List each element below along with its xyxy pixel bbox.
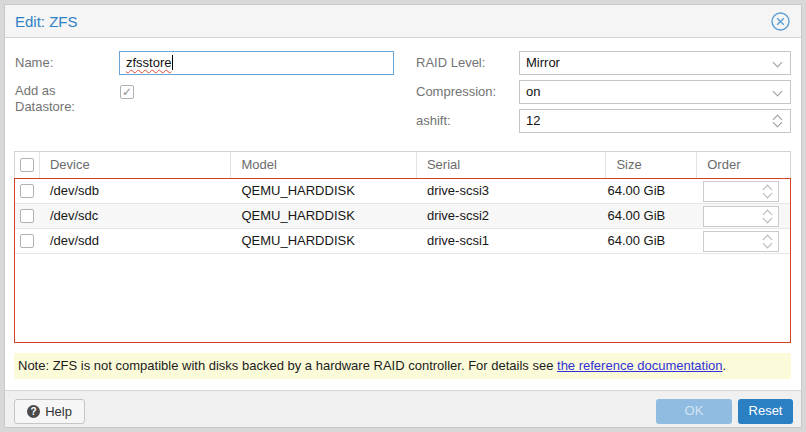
table-row[interactable]: /dev/sdb QEMU_HARDDISK drive-scsi3 64.00… (15, 179, 790, 204)
note-text: Note: ZFS is not compatible with disks b… (18, 358, 557, 373)
cell-model: QEMU_HARDDISK (231, 204, 417, 228)
column-header-model[interactable]: Model (231, 152, 417, 178)
raid-level-select[interactable]: Mirror (519, 51, 791, 75)
chevron-down-icon[interactable] (773, 58, 783, 68)
compression-value: on (526, 84, 540, 99)
dialog-titlebar: Edit: ZFS (5, 5, 801, 38)
help-button[interactable]: ? Help (14, 399, 85, 424)
chevron-down-icon[interactable] (773, 87, 783, 97)
zfs-note: Note: ZFS is not compatible with disks b… (14, 353, 791, 379)
cell-serial: drive-scsi1 (417, 229, 607, 253)
dialog-footer: ? Help OK Reset (5, 390, 801, 427)
select-all-cell (15, 152, 40, 178)
table-row[interactable]: /dev/sdc QEMU_HARDDISK drive-scsi2 64.00… (15, 204, 790, 229)
cell-model: QEMU_HARDDISK (231, 229, 417, 253)
close-icon[interactable] (771, 12, 790, 31)
disk-table-body: /dev/sdb QEMU_HARDDISK drive-scsi3 64.00… (14, 178, 791, 343)
column-header-size[interactable]: Size (606, 152, 697, 178)
text-caret (172, 55, 173, 70)
raid-level-label: RAID Level: (416, 55, 485, 71)
column-header-serial[interactable]: Serial (417, 152, 607, 178)
reference-documentation-link[interactable]: the reference documentation (557, 358, 723, 373)
cell-device: /dev/sdc (40, 204, 231, 228)
select-all-checkbox[interactable] (20, 158, 34, 172)
cell-serial: drive-scsi2 (417, 204, 607, 228)
note-suffix: . (723, 358, 727, 373)
add-datastore-checkbox[interactable]: ✓ (120, 85, 134, 99)
dialog-title: Edit: ZFS (15, 13, 78, 30)
order-spinner[interactable] (703, 231, 779, 252)
raid-level-value: Mirror (526, 55, 560, 70)
table-row[interactable]: /dev/sdd QEMU_HARDDISK drive-scsi1 64.00… (15, 229, 790, 254)
column-header-order[interactable]: Order (697, 152, 790, 178)
order-spinner[interactable] (703, 206, 779, 227)
name-input[interactable]: zfsstore (119, 51, 394, 75)
ashift-value: 12 (526, 113, 540, 128)
compression-select[interactable]: on (519, 80, 791, 104)
cell-serial: drive-scsi3 (417, 179, 607, 203)
row-checkbox[interactable] (20, 184, 34, 198)
name-input-value: zfsstore (126, 55, 172, 70)
column-header-device[interactable]: Device (40, 152, 232, 178)
compression-label: Compression: (416, 84, 496, 100)
disk-table-header: Device Model Serial Size Order (14, 151, 791, 178)
ashift-spinner[interactable]: 12 (519, 109, 791, 133)
help-button-label: Help (45, 400, 72, 424)
cell-model: QEMU_HARDDISK (231, 179, 417, 203)
add-datastore-label: Add as Datastore: (15, 83, 87, 115)
cell-device: /dev/sdb (40, 179, 231, 203)
row-checkbox[interactable] (20, 234, 34, 248)
cell-size: 64.00 GiB (606, 229, 697, 253)
name-label: Name: (15, 55, 53, 71)
ashift-label: ashift: (416, 113, 451, 129)
row-checkbox[interactable] (20, 209, 34, 223)
reset-button[interactable]: Reset (738, 399, 793, 424)
cell-device: /dev/sdd (40, 229, 231, 253)
ok-button[interactable]: OK (656, 399, 732, 424)
cell-size: 64.00 GiB (606, 204, 697, 228)
cell-size: 64.00 GiB (606, 179, 697, 203)
question-circle-icon: ? (27, 405, 40, 418)
check-icon: ✓ (122, 86, 132, 98)
order-spinner[interactable] (703, 181, 779, 202)
edit-zfs-dialog: Edit: ZFS Name: zfsstore Add as Datastor… (0, 0, 806, 432)
